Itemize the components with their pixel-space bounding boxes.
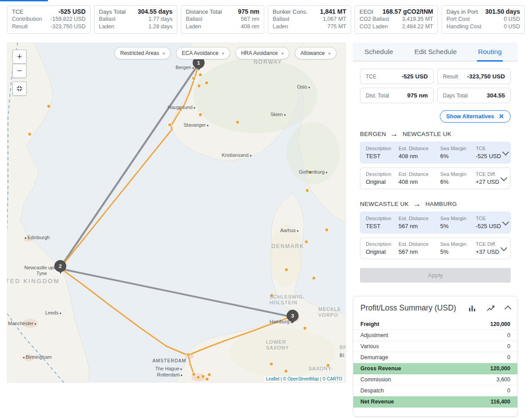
alt-column-value: TEST bbox=[366, 153, 399, 159]
map-filter-hra-avoidance[interactable]: HRA Avoidance▾ bbox=[235, 47, 289, 59]
stat-label: CO2 Ballast bbox=[360, 16, 389, 23]
tab-schedule[interactable]: Schedule bbox=[364, 43, 394, 62]
alt-column: TCE Diff.+37 USD bbox=[476, 241, 499, 255]
alt-column-value: 567 nm bbox=[399, 248, 440, 255]
stat-value: 2,484.22 MT bbox=[402, 23, 433, 31]
alt-column-value: 6% bbox=[440, 153, 476, 159]
pnl-row-value: 116,400 bbox=[491, 399, 511, 405]
pnl-row: Gross Revenue120,000 bbox=[353, 363, 517, 374]
panel-stat-label: Dist. Total bbox=[366, 93, 389, 99]
panel-stats: TCE-525 USDResult-323,750 USDDist. Total… bbox=[360, 69, 511, 103]
chevron-down-icon[interactable] bbox=[501, 174, 508, 181]
alt-column-value: 408 nm bbox=[399, 153, 440, 159]
leaflet-link[interactable]: Leaflet bbox=[266, 376, 279, 381]
alt-column-value: Original bbox=[366, 248, 399, 255]
alt-column: DescriptionTEST bbox=[366, 146, 399, 159]
alt-column-header: Sea Margin bbox=[440, 146, 476, 151]
pnl-row-label: Adjustment bbox=[360, 332, 388, 338]
pnl-row-label: Commission bbox=[360, 376, 391, 383]
attr-separator: | bbox=[281, 376, 282, 381]
show-alternatives-label: Show Alternatives bbox=[446, 113, 494, 120]
map-filter-eca-avoidance[interactable]: ECA Avoidance▾ bbox=[176, 47, 230, 59]
stat-label: Distance Total bbox=[186, 8, 222, 16]
panel-tabs: ScheduleEdit ScheduleRouting bbox=[353, 43, 518, 62]
stat-value: 408 nm bbox=[241, 23, 259, 31]
alt-column-header: Est. Distance bbox=[399, 216, 440, 221]
tab-edit-schedule[interactable]: Edit Schedule bbox=[414, 43, 458, 62]
stat-value: 0 USD bbox=[504, 23, 520, 31]
voyage-map[interactable]: Restricted Areas▾ECA Avoidance▾HRA Avoid… bbox=[7, 43, 346, 383]
zoom-out-button[interactable]: − bbox=[12, 64, 27, 78]
tab-routing[interactable]: Routing bbox=[477, 43, 502, 62]
alt-column: TCE Diff.+27 USD bbox=[476, 171, 499, 185]
map-filter-restricted-areas[interactable]: Restricted Areas▾ bbox=[114, 47, 171, 59]
chevron-down-icon[interactable] bbox=[501, 244, 508, 251]
apply-button[interactable]: Apply bbox=[360, 268, 511, 283]
alt-column: Sea Margin5% bbox=[440, 241, 476, 255]
alt-column: TCE-525 USD bbox=[476, 216, 501, 229]
route-alternative-card[interactable]: DescriptionTESTEst. Distance408 nmSea Ma… bbox=[360, 142, 511, 163]
stat-value: 168.57 gCO2/tNM bbox=[383, 8, 433, 16]
map-filter-label: ECA Avoidance bbox=[182, 50, 219, 56]
stat-value: 0 USD bbox=[504, 16, 520, 23]
fit-bounds-button[interactable] bbox=[12, 81, 27, 96]
map-filters: Restricted Areas▾ECA Avoidance▾HRA Avoid… bbox=[114, 47, 336, 59]
alt-column-value: 5% bbox=[440, 223, 476, 229]
bar-chart-icon[interactable] bbox=[468, 304, 476, 312]
stat-label: CO2 Laden bbox=[360, 23, 388, 31]
alt-column-header: Description bbox=[366, 216, 399, 221]
route-alternative-card[interactable]: DescriptionOriginalEst. Distance567 nmSe… bbox=[360, 237, 511, 259]
stat-label: Ballast bbox=[186, 16, 203, 23]
alt-column-header: Description bbox=[366, 171, 399, 177]
chevron-down-icon[interactable] bbox=[502, 218, 509, 225]
stat-value: -159,822 USD bbox=[51, 16, 86, 23]
stat-label: Days Total bbox=[99, 8, 125, 16]
stat-label: Ballast bbox=[99, 16, 116, 23]
stat-line: TCE-525 USD bbox=[12, 8, 86, 16]
top-tab-indicator bbox=[0, 0, 48, 1]
alt-column-header: Est. Distance bbox=[399, 146, 440, 151]
stat-line: Days in Port301.50 days bbox=[446, 8, 520, 16]
stat-card: Days Total304.55 daysBallast1.77 daysLad… bbox=[94, 5, 177, 34]
close-icon[interactable]: ✕ bbox=[498, 113, 504, 120]
pnl-row-value: 0 bbox=[507, 343, 510, 349]
alt-column-value: 567 nm bbox=[399, 223, 440, 229]
alt-column-value: -525 USD bbox=[476, 223, 501, 229]
route-waypoint-marker[interactable]: 3 bbox=[287, 310, 299, 322]
zoom-in-button[interactable]: + bbox=[12, 50, 27, 64]
show-alternatives-button[interactable]: Show Alternatives ✕ bbox=[440, 110, 511, 123]
leg-from-port: BERGEN bbox=[360, 131, 386, 137]
stat-label: Result bbox=[12, 23, 27, 31]
stat-card: TCE-525 USDContribution-159,822 USDResul… bbox=[7, 5, 90, 34]
osm-link[interactable]: © OpenStreetMap bbox=[283, 376, 319, 381]
pnl-header-icons bbox=[468, 304, 510, 312]
trend-chart-icon[interactable] bbox=[487, 304, 495, 312]
chevron-down-icon[interactable] bbox=[502, 148, 509, 155]
alt-column-value: 408 nm bbox=[399, 178, 440, 185]
stat-value: 3,419.35 MT bbox=[402, 16, 433, 23]
stat-value: 1.77 days bbox=[149, 16, 172, 23]
alt-column: Est. Distance567 nm bbox=[399, 216, 440, 229]
route-waypoint-marker[interactable]: 2 bbox=[55, 260, 66, 272]
alt-column: Est. Distance408 nm bbox=[399, 171, 440, 185]
carto-link[interactable]: © CARTO bbox=[322, 376, 342, 381]
chevron-down-icon: ▾ bbox=[282, 51, 284, 56]
stat-line: Days Total304.55 days bbox=[99, 8, 172, 16]
chevron-up-icon[interactable] bbox=[505, 306, 512, 313]
stat-value: -323,750 USD bbox=[51, 23, 86, 31]
panel-stat-value: -323,750 USD bbox=[467, 73, 505, 80]
pnl-summary-card: Profit/Loss Summary (USD) Freight120,000… bbox=[353, 296, 518, 417]
route-alternative-card[interactable]: DescriptionTESTEst. Distance567 nmSea Ma… bbox=[360, 212, 511, 233]
map-filter-allowance[interactable]: Allowance▾ bbox=[295, 47, 336, 59]
pnl-row: Freight120,000 bbox=[353, 319, 517, 330]
pnl-row-label: Gross Revenue bbox=[360, 365, 401, 372]
pnl-row-value: 120,000 bbox=[490, 321, 510, 327]
leg-to-port: HAMBURG bbox=[425, 201, 457, 207]
alt-column-header: TCE bbox=[476, 216, 501, 221]
stat-label: Laden bbox=[186, 23, 201, 31]
route-alternative-card[interactable]: DescriptionOriginalEst. Distance408 nmSe… bbox=[360, 167, 511, 189]
leg-header: NEWCASTLE UK→HAMBURG bbox=[360, 201, 511, 207]
alt-column-header: TCE bbox=[476, 146, 501, 151]
pnl-row: Adjustment0 bbox=[353, 330, 517, 341]
panel-stat-value: 304.55 bbox=[487, 92, 505, 99]
